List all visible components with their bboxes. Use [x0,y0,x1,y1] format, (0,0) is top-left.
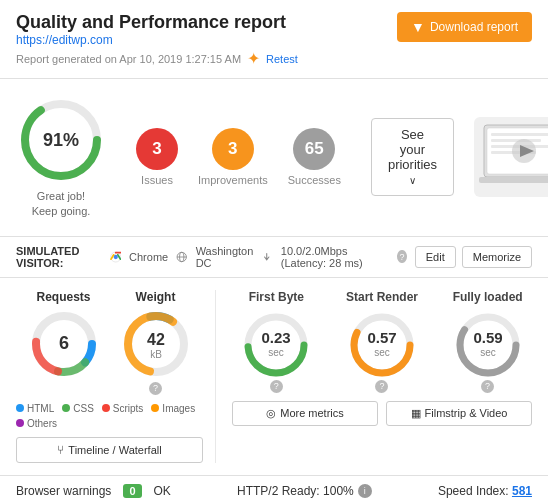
fully-loaded-help-icon[interactable]: ? [481,380,494,393]
fully-loaded-metric: Fully loaded 0.59 sec ? [453,290,523,393]
connection-icon [261,249,272,265]
legend-images: Images [151,403,195,414]
svg-text:42: 42 [147,331,165,348]
visitor-help-icon[interactable]: ? [397,250,406,263]
retest-link[interactable]: Retest [266,53,298,65]
improvements-badge: 3 Improvements [198,128,268,186]
improvements-circle: 3 [212,128,254,170]
header-bar: Quality and Performance report https://e… [0,0,548,79]
report-meta: Report generated on Apr 10, 2019 1:27:15… [16,49,298,68]
start-render-arc: 0.57 sec [347,310,417,380]
legend-others: Others [16,418,57,429]
gauge-svg: 91% [16,95,106,185]
page-title: Quality and Performance report [16,12,298,33]
speed-value[interactable]: 581 [512,484,532,498]
successes-badge: 65 Successes [288,128,341,186]
score-gauge: 91% Great job! Keep going. [16,95,106,220]
chevron-down-icon: ∨ [409,175,416,186]
film-icon: ▦ [411,407,421,420]
svg-text:91%: 91% [43,130,79,150]
svg-rect-7 [491,139,541,142]
requests-title: Requests [36,290,90,304]
chart-icon: ◎ [266,407,276,420]
start-render-help-icon[interactable]: ? [375,380,388,393]
more-metrics-button[interactable]: ◎ More metrics [232,401,378,426]
ok-label: OK [154,484,171,498]
weight-donut: Weight 42 kB ? [120,290,192,395]
svg-text:sec: sec [269,347,285,358]
visitor-label: SIMULATED VISITOR: [16,245,98,269]
legend-html: HTML [16,403,54,414]
svg-text:sec: sec [480,347,496,358]
weight-help-icon[interactable]: ? [149,382,162,395]
svg-text:0.59: 0.59 [473,329,502,346]
filmstrip-button[interactable]: ▦ Filmstrip & Video [386,401,532,426]
right-metrics: First Byte 0.23 sec ? Start Render 0.57 … [232,290,532,393]
requests-donut: Requests 6 [28,290,100,380]
warnings-bar: Browser warnings 0 OK HTTP/2 Ready: 100%… [0,476,548,500]
metrics-left: Requests 6 Weight 42 kB ? [16,290,216,463]
download-report-button[interactable]: ▼ Download report [397,12,532,42]
svg-text:0.57: 0.57 [367,329,396,346]
summary-section: 91% Great job! Keep going. 3 Issues 3 Im… [0,79,548,237]
legend-scripts: Scripts [102,403,144,414]
site-link[interactable]: https://editwp.com [16,33,113,47]
globe-icon [176,249,187,265]
http2-section: HTTP/2 Ready: 100% i [237,484,372,498]
svg-rect-6 [491,133,548,136]
warnings-label: Browser warnings [16,484,111,498]
svg-text:0.23: 0.23 [262,329,291,346]
memorize-button[interactable]: Memorize [462,246,532,268]
metrics-right: First Byte 0.23 sec ? Start Render 0.57 … [216,290,532,463]
http2-info-icon[interactable]: i [358,484,372,498]
first-byte-metric: First Byte 0.23 sec ? [241,290,311,393]
svg-text:kB: kB [150,349,162,360]
fully-loaded-arc: 0.59 sec [453,310,523,380]
visitor-bar: SIMULATED VISITOR: Chrome Washington DC … [0,237,548,278]
legend: HTML CSS Scripts Images Others [16,403,203,429]
edit-button[interactable]: Edit [415,246,456,268]
timeline-button[interactable]: ⑂ Timeline / Waterfall [16,437,203,463]
metrics-section: Requests 6 Weight 42 kB ? [0,278,548,476]
issues-circle: 3 [136,128,178,170]
successes-circle: 65 [293,128,335,170]
legend-css: CSS [62,403,94,414]
warning-badge: 0 [123,484,141,498]
laptop-illustration [474,117,548,197]
issues-badge: 3 Issues [136,128,178,186]
start-render-metric: Start Render 0.57 sec ? [346,290,418,393]
priorities-button[interactable]: See your priorities ∨ [371,118,454,196]
visitor-actions: Edit Memorize [415,246,532,268]
speed-label: Speed Index: [438,484,509,498]
laptop-svg [479,121,548,193]
speed-index-section: Speed Index: 581 [438,484,532,498]
first-byte-arc: 0.23 sec [241,310,311,380]
first-byte-help-icon[interactable]: ? [270,380,283,393]
scores-container: 3 Issues 3 Improvements 65 Successes [136,128,341,186]
svg-text:6: 6 [58,333,68,353]
score-label: Great job! Keep going. [32,189,91,220]
right-actions: ◎ More metrics ▦ Filmstrip & Video [232,401,532,426]
chrome-icon [110,249,121,265]
svg-text:sec: sec [374,347,390,358]
http2-label: HTTP/2 Ready: 100% [237,484,354,498]
svg-rect-5 [479,177,548,183]
weight-title: Weight [136,290,176,304]
timeline-icon: ⑂ [57,443,64,457]
